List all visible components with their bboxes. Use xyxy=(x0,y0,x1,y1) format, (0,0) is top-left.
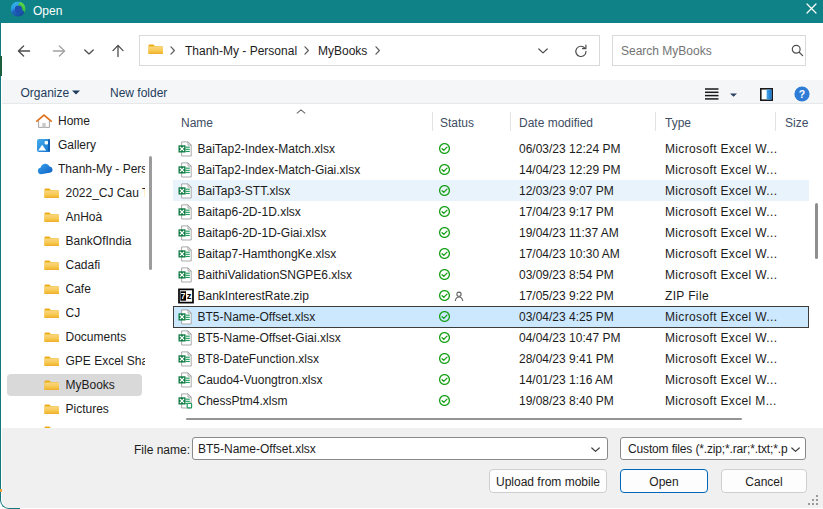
svg-text:?: ? xyxy=(798,88,804,100)
svg-text:7: 7 xyxy=(180,290,185,300)
svg-text:z: z xyxy=(186,290,191,301)
